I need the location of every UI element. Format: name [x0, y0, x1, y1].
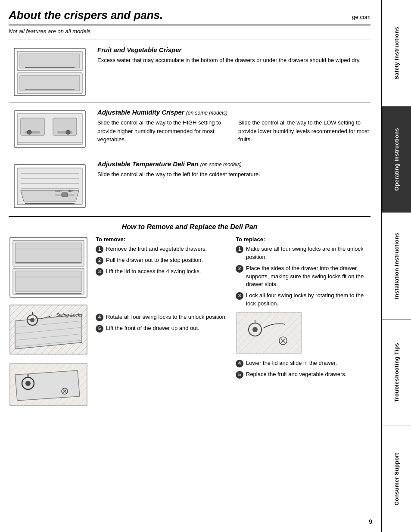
replace-lock-svg: [236, 311, 302, 355]
swing-locks-label: Swing Locks: [56, 312, 83, 317]
fruit-crisper-section: Fruit and Vegetable Crisper Excess water…: [9, 40, 371, 102]
svg-text:deli: deli: [68, 189, 74, 193]
remove-step-4-text: Rotate all four swing locks to the unloc…: [106, 313, 227, 321]
replace-step-2: 2 Place the sides of the drawer into the…: [236, 264, 367, 289]
svg-rect-30: [16, 243, 81, 264]
remove-step-3-text: Lift the lid to access the 4 swing locks…: [106, 268, 227, 276]
sidebar-troubleshooting-label: Troubleshooting Tips: [393, 343, 400, 402]
remove-step-3: 3 Lift the lid to access the 4 swing loc…: [96, 268, 227, 276]
svg-text:cool: cool: [55, 189, 62, 193]
deli-replace-steps: To replace: 1 Make sure all four swing l…: [232, 236, 371, 407]
page-number: 9: [369, 518, 372, 525]
replace-step-4: 4 Lower the lid and slide in the drawer.: [236, 359, 367, 367]
replace-step-2-text: Place the sides of the drawer into the d…: [246, 264, 367, 289]
deli-pan-title-text: Adjustable Temperature Deli Pan (on some…: [97, 160, 371, 168]
replace-lock-diagram: [236, 311, 367, 356]
replace-header: To replace:: [236, 236, 367, 243]
sidebar-operating-label: Operating Instructions: [393, 128, 400, 191]
replace-step-3: 3 Lock all four swing locks by rotating …: [236, 292, 367, 308]
swing-locks-closeup-svg: [9, 362, 88, 407]
sidebar: Safety Instructions Operating Instructio…: [382, 0, 411, 532]
humidity-crisper-section: Adjustable Humidity Crisper (on some mod…: [9, 102, 371, 154]
remove-step-5: 5 Lift the front of the drawer up and ou…: [96, 324, 227, 333]
replace-step-4-text: Lower the lid and slide in the drawer.: [246, 359, 367, 367]
sidebar-consumer: Consumer Support: [382, 426, 411, 532]
sidebar-troubleshooting: Troubleshooting Tips: [382, 320, 411, 426]
humidity-crisper-title: Adjustable Humidity Crisper (on some mod…: [97, 109, 371, 116]
deli-pan-content: Adjustable Temperature Deli Pan (on some…: [97, 160, 371, 212]
humidity-right: Slide the control all the way to the LOW…: [238, 118, 371, 144]
fruit-crisper-svg: [12, 46, 87, 98]
svg-point-44: [30, 318, 34, 322]
step-num-4: 4: [96, 314, 103, 321]
remove-step-4: 4 Rotate all four swing locks to the unl…: [96, 313, 227, 321]
humidity-two-col: Slide the control all the way to the HIG…: [97, 118, 371, 144]
remove-step-5-text: Lift the front of the drawer up and out.: [106, 324, 227, 333]
humidity-crisper-content: Adjustable Humidity Crisper (on some mod…: [97, 109, 371, 149]
deli-pan-body: Slide the control all the way to the lef…: [97, 170, 371, 179]
sidebar-safety: Safety Instructions: [382, 0, 411, 106]
page-title: About the crispers and pans.: [9, 9, 163, 22]
remove-step-1-text: Remove the fruit and vegetable drawers.: [106, 245, 227, 253]
svg-rect-3: [20, 54, 80, 68]
replace-step-1-text: Make sure all four swing locks are in th…: [246, 245, 367, 261]
replace-num-1: 1: [236, 246, 243, 253]
deli-pan-illustrations: Swing Locks: [9, 236, 90, 407]
humidity-crisper-illustration: [9, 109, 90, 149]
swing-locks-svg: [9, 304, 88, 355]
website-url: ge.com: [352, 14, 371, 20]
replace-num-4: 4: [236, 360, 243, 367]
remove-step-1: 1 Remove the fruit and vegetable drawers…: [96, 245, 227, 253]
step-num-2: 2: [96, 257, 103, 264]
sidebar-consumer-label: Consumer Support: [393, 453, 400, 506]
replace-step-5: 5 Replace the fruit and vegetable drawer…: [236, 370, 367, 379]
fruit-crisper-body: Excess water that may accumulate in the …: [97, 56, 371, 65]
replace-num-2: 2: [236, 265, 243, 273]
humidity-left: Slide the control all the way to the HIG…: [97, 118, 230, 144]
deli-pan-svg: cool deli: [12, 160, 87, 212]
sidebar-installation-label: Installation Instructions: [393, 233, 400, 299]
replace-step-1: 1 Make sure all four swing locks are in …: [236, 245, 367, 261]
remove-step-2-text: Pull the drawer out to the stop position…: [106, 256, 227, 264]
swing-locks-diagram-container: Swing Locks: [9, 304, 90, 357]
replace-num-5: 5: [236, 371, 243, 379]
sidebar-operating: Operating Instructions: [382, 106, 411, 213]
sidebar-installation: Installation Instructions: [382, 213, 411, 319]
svg-rect-31: [16, 271, 81, 292]
svg-point-14: [66, 130, 70, 134]
humidity-crisper-svg: [12, 109, 87, 149]
fruit-crisper-content: Fruit and Vegetable Crisper Excess water…: [97, 46, 371, 98]
replace-step-5-text: Replace the fruit and vegetable drawers.: [246, 370, 367, 379]
step-num-5: 5: [96, 325, 103, 333]
fruit-crisper-illustration: [9, 46, 90, 98]
replace-num-3: 3: [236, 292, 243, 300]
svg-point-12: [27, 130, 31, 134]
svg-point-60: [252, 327, 258, 332]
page-title-bar: About the crispers and pans. ge.com: [9, 9, 371, 25]
svg-point-51: [25, 381, 31, 386]
step-num-1: 1: [96, 246, 103, 253]
step-num-3: 3: [96, 268, 103, 276]
deli-pan-illustration: cool deli: [9, 160, 90, 212]
svg-rect-19: [62, 193, 68, 197]
svg-rect-4: [20, 75, 80, 91]
replace-step-3-text: Lock all four swing locks by rotating th…: [246, 292, 367, 308]
deli-pan-instructions-title: How to Remove and Replace the Deli Pan: [9, 223, 371, 231]
page-subtitle: Not all features are on all models.: [9, 28, 371, 34]
deli-pan-section: cool deli Adjustable Temperature Deli Pa…: [9, 154, 371, 216]
deli-remove-top-svg: [9, 236, 88, 299]
remove-step-2: 2 Pull the drawer out to the stop positi…: [96, 256, 227, 264]
svg-rect-58: [237, 312, 302, 354]
deli-pan-instructions-content: Swing Locks: [9, 236, 371, 407]
remove-header: To remove:: [96, 236, 227, 243]
sidebar-safety-label: Safety Instructions: [393, 27, 400, 80]
deli-remove-steps: To remove: 1 Remove the fruit and vegeta…: [90, 236, 232, 407]
fruit-crisper-title: Fruit and Vegetable Crisper: [97, 46, 371, 53]
deli-pan-instructions-section: How to Remove and Replace the Deli Pan: [9, 216, 371, 407]
